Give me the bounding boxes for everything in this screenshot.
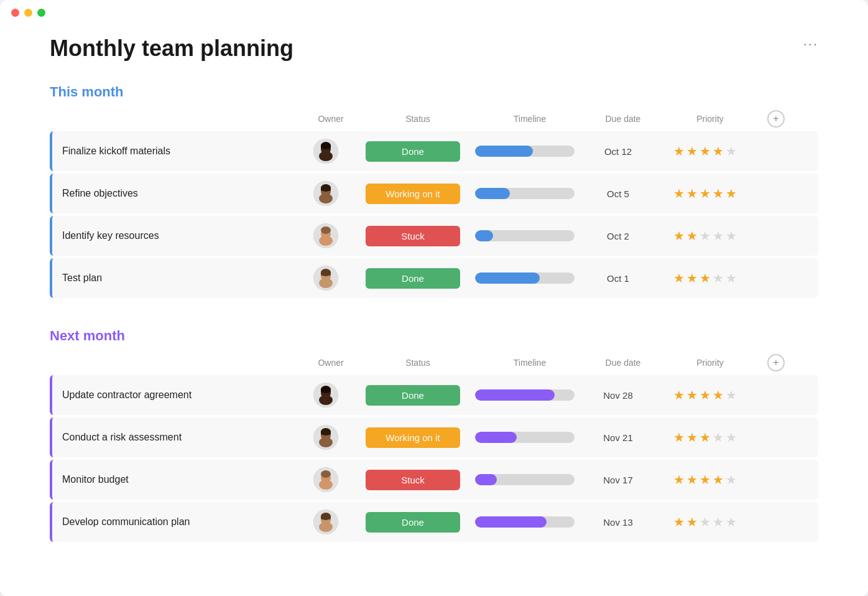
- avatar: [313, 181, 338, 206]
- star-5: ★: [726, 144, 737, 159]
- star-4: ★: [713, 186, 724, 201]
- star-4: ★: [713, 228, 724, 243]
- timeline-bar: [475, 188, 575, 199]
- status-badge[interactable]: Stuck: [366, 470, 460, 490]
- star-1: ★: [673, 228, 685, 243]
- timeline-bar: [475, 389, 575, 401]
- status-cell[interactable]: Stuck: [357, 470, 469, 490]
- due-date-cell: Nov 21: [581, 432, 655, 443]
- status-badge[interactable]: Done: [366, 141, 460, 162]
- timeline-cell: [469, 272, 581, 284]
- next-month-tasks: Update contractor agreement Done Nov 28 …: [50, 375, 818, 542]
- this-month-col-headers: Owner Status Timeline Due date Priority …: [50, 106, 818, 131]
- star-5: ★: [726, 388, 737, 403]
- col-add: +: [760, 110, 785, 128]
- status-cell[interactable]: Done: [357, 385, 469, 406]
- timeline-cell: [469, 146, 581, 157]
- priority-stars: ★★★★★: [655, 472, 755, 487]
- svg-rect-18: [321, 271, 331, 276]
- minimize-dot[interactable]: [24, 9, 32, 17]
- star-4: ★: [713, 515, 724, 529]
- close-dot[interactable]: [11, 9, 19, 17]
- avatar: [313, 266, 338, 291]
- owner-cell: [295, 510, 357, 534]
- table-row: Update contractor agreement Done Nov 28 …: [50, 375, 818, 415]
- star-2: ★: [686, 228, 698, 243]
- col-owner-nm: Owner: [300, 358, 362, 368]
- star-1: ★: [673, 388, 685, 403]
- owner-cell: [295, 266, 357, 291]
- col-timeline: Timeline: [474, 114, 586, 124]
- table-row: Finalize kickoff materials Done Oct 12 ★…: [50, 131, 818, 171]
- next-month-col-headers: Owner Status Timeline Due date Priority …: [50, 350, 818, 375]
- status-cell[interactable]: Working on it: [357, 184, 469, 204]
- more-options-button[interactable]: ···: [803, 36, 818, 52]
- timeline-bar: [475, 516, 575, 528]
- add-column-button[interactable]: +: [767, 110, 785, 128]
- timeline-bar: [475, 272, 575, 284]
- due-date-cell: Oct 5: [581, 189, 655, 199]
- maximize-dot[interactable]: [37, 9, 45, 17]
- task-name: Refine objectives: [52, 188, 295, 199]
- add-column-button-nm[interactable]: +: [767, 354, 785, 371]
- due-date-cell: Oct 1: [581, 273, 655, 284]
- star-3: ★: [699, 472, 711, 487]
- status-cell[interactable]: Done: [357, 268, 469, 289]
- timeline-fill: [475, 230, 493, 241]
- timeline-bar: [475, 230, 575, 241]
- status-badge[interactable]: Working on it: [366, 427, 460, 448]
- priority-stars: ★★★★★: [655, 228, 755, 243]
- status-badge[interactable]: Stuck: [366, 226, 460, 246]
- star-1: ★: [673, 271, 685, 286]
- star-1: ★: [673, 430, 685, 445]
- status-badge[interactable]: Done: [366, 385, 460, 406]
- status-badge[interactable]: Done: [366, 268, 460, 289]
- col-timeline-nm: Timeline: [474, 358, 586, 368]
- svg-rect-37: [321, 515, 331, 519]
- avatar: [313, 467, 338, 492]
- star-3: ★: [699, 388, 711, 403]
- star-3: ★: [699, 228, 711, 243]
- avatar: [313, 383, 338, 407]
- star-3: ★: [699, 144, 711, 159]
- due-date-cell: Oct 2: [581, 231, 655, 241]
- task-name: Identify key resources: [52, 230, 295, 241]
- svg-rect-4: [321, 144, 331, 149]
- status-cell[interactable]: Done: [357, 512, 469, 533]
- owner-cell: [295, 223, 357, 248]
- task-name: Monitor budget: [52, 474, 295, 485]
- owner-cell: [295, 383, 357, 407]
- star-3: ★: [699, 430, 711, 445]
- timeline-fill: [475, 432, 517, 443]
- priority-stars: ★★★★★: [655, 388, 755, 403]
- star-2: ★: [686, 515, 698, 529]
- star-4: ★: [713, 388, 724, 403]
- status-badge[interactable]: Working on it: [366, 184, 460, 204]
- priority-stars: ★★★★★: [655, 515, 755, 529]
- star-2: ★: [686, 144, 698, 159]
- svg-rect-28: [321, 431, 331, 435]
- status-cell[interactable]: Working on it: [357, 427, 469, 448]
- star-2: ★: [686, 472, 698, 487]
- owner-cell: [295, 467, 357, 492]
- star-1: ★: [673, 144, 685, 159]
- col-priority-nm: Priority: [660, 358, 760, 368]
- col-add-nm: +: [760, 354, 785, 371]
- status-cell[interactable]: Stuck: [357, 226, 469, 246]
- timeline-cell: [469, 230, 581, 241]
- star-1: ★: [673, 515, 685, 529]
- star-5: ★: [726, 228, 737, 243]
- col-status-nm: Status: [362, 358, 474, 368]
- status-badge[interactable]: Done: [366, 512, 460, 533]
- star-4: ★: [713, 430, 724, 445]
- col-duedate-nm: Due date: [586, 358, 660, 368]
- status-cell[interactable]: Done: [357, 141, 469, 162]
- timeline-cell: [469, 516, 581, 528]
- timeline-cell: [469, 389, 581, 401]
- table-row: Develop communication plan Done Nov 13 ★…: [50, 502, 818, 542]
- priority-stars: ★★★★★: [655, 430, 755, 445]
- table-row: Monitor budget Stuck Nov 17 ★★★★★: [50, 460, 818, 500]
- table-row: Refine objectives Working on it Oct 5 ★★…: [50, 174, 818, 213]
- star-2: ★: [686, 388, 698, 403]
- star-1: ★: [673, 472, 685, 487]
